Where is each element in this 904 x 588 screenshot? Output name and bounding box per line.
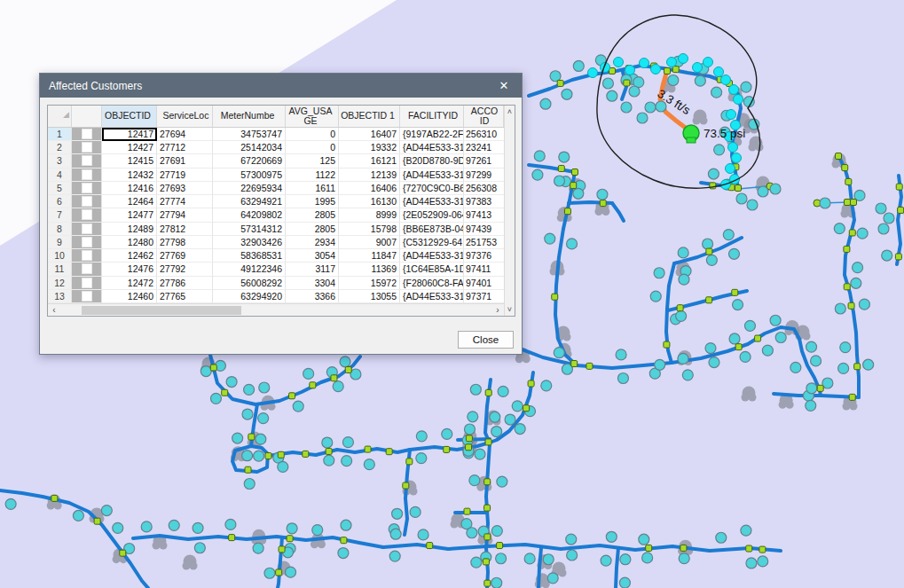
column-header-facilityid[interactable]: FACILITYID <box>400 106 464 127</box>
row-number[interactable]: 9 <box>48 236 72 249</box>
cell-meter[interactable]: 57314312 <box>213 223 286 236</box>
cell-serviceloc[interactable]: 27712 <box>157 141 213 154</box>
cell-serviceloc[interactable]: 27769 <box>157 249 213 263</box>
vertical-scrollbar[interactable]: ˄ ˅ <box>504 106 515 316</box>
cell-avg[interactable]: 125 <box>286 154 339 168</box>
cell-acct[interactable]: 97413 <box>464 208 504 222</box>
cell-avg[interactable]: 3117 <box>286 263 339 276</box>
cell-avg[interactable]: 0 <box>286 141 339 154</box>
cell-serviceloc[interactable]: 27694 <box>157 128 213 141</box>
row-number[interactable]: 7 <box>48 208 72 222</box>
row-checkbox[interactable] <box>82 142 92 153</box>
cell-avg[interactable]: 2805 <box>286 223 339 236</box>
cell-objectid[interactable]: 12472 <box>102 277 157 290</box>
dialog-titlebar[interactable]: Affected Customers ✕ <box>40 74 522 98</box>
scroll-left-icon[interactable]: ‹ <box>48 305 60 315</box>
cell-facility[interactable]: {BB6E873B-041 <box>400 223 464 236</box>
cell-objectid[interactable]: 12477 <box>102 208 157 222</box>
cell-meter[interactable]: 34753747 <box>213 128 286 141</box>
cell-acct[interactable]: 97401 <box>464 277 504 290</box>
cell-facility[interactable]: {C5312929-6417 <box>400 236 464 249</box>
cell-facility[interactable]: {2E052909-064E <box>400 208 464 222</box>
cell-oid1[interactable]: 15798 <box>339 223 400 236</box>
cell-oid1[interactable]: 11369 <box>339 263 400 276</box>
cell-facility[interactable]: {B20D8780-9D8 <box>400 154 464 168</box>
horizontal-scrollbar[interactable]: ‹› <box>48 303 504 316</box>
cell-serviceloc[interactable]: 27812 <box>157 223 213 236</box>
cell-acct[interactable]: 256308 <box>464 182 504 195</box>
cell-acct[interactable]: 97411 <box>464 263 504 276</box>
cell-oid1[interactable]: 16130 <box>339 195 400 208</box>
column-header-avg-usa[interactable]: AVG_USAGE <box>286 106 339 127</box>
cell-facility[interactable]: {F28060C8-FA8 <box>400 277 464 290</box>
cell-avg[interactable]: 1611 <box>286 182 339 195</box>
row-checkbox[interactable] <box>82 169 92 180</box>
cell-acct[interactable]: 97261 <box>464 154 504 168</box>
row-checkbox[interactable] <box>82 237 92 247</box>
cell-objectid[interactable]: 12416 <box>102 182 157 195</box>
cell-meter[interactable]: 63294920 <box>213 290 286 303</box>
row-number[interactable]: 11 <box>48 263 72 276</box>
cell-meter[interactable]: 49122346 <box>213 263 286 276</box>
cell-objectid[interactable]: 12480 <box>102 236 157 249</box>
cell-avg[interactable]: 2934 <box>286 236 339 249</box>
row-checkbox[interactable] <box>82 155 92 166</box>
row-number[interactable]: 5 <box>48 182 72 195</box>
column-header-acco[interactable]: ACCOID <box>464 106 504 127</box>
cell-facility[interactable]: {AD44E533-31D <box>400 141 464 154</box>
cell-avg[interactable]: 0 <box>286 128 339 141</box>
cell-avg[interactable]: 1122 <box>286 169 339 182</box>
cell-meter[interactable]: 58368531 <box>213 249 286 263</box>
row-number[interactable]: 3 <box>48 154 72 168</box>
row-checkbox[interactable] <box>82 263 92 274</box>
cell-meter[interactable]: 63294921 <box>213 195 286 208</box>
close-button[interactable]: Close <box>458 331 514 349</box>
checkbox-column-header[interactable] <box>72 106 102 127</box>
cell-acct[interactable]: 97371 <box>464 290 504 303</box>
cell-serviceloc[interactable]: 27765 <box>157 290 213 303</box>
cell-serviceloc[interactable]: 27691 <box>157 154 213 168</box>
row-checkbox[interactable] <box>82 278 92 288</box>
cell-meter[interactable]: 22695934 <box>213 182 286 195</box>
cell-acct[interactable]: 23241 <box>464 141 504 154</box>
column-header-objectid[interactable]: OBJECTID <box>102 106 157 127</box>
row-checkbox[interactable] <box>82 291 92 302</box>
cell-meter[interactable]: 32903426 <box>213 236 286 249</box>
scroll-right-icon[interactable]: › <box>491 305 504 315</box>
cell-meter[interactable]: 56008292 <box>213 277 286 290</box>
cell-avg[interactable]: 1995 <box>286 195 339 208</box>
cell-avg[interactable]: 3054 <box>286 249 339 263</box>
cell-oid1[interactable]: 16121 <box>339 154 400 168</box>
cell-objectid[interactable]: 12427 <box>102 141 157 154</box>
cell-serviceloc[interactable]: 27798 <box>157 236 213 249</box>
cell-meter[interactable]: 64209802 <box>213 208 286 222</box>
cell-serviceloc[interactable]: 27794 <box>157 208 213 222</box>
cell-oid1[interactable]: 16407 <box>339 128 400 141</box>
cell-serviceloc[interactable]: 27719 <box>157 169 213 182</box>
row-checkbox[interactable] <box>82 209 92 220</box>
row-number[interactable]: 10 <box>48 249 72 263</box>
cell-meter[interactable]: 57300975 <box>213 169 286 182</box>
column-header-serviceloc[interactable]: ServiceLoc <box>157 106 213 127</box>
cell-objectid[interactable]: 12460 <box>102 290 157 303</box>
cell-acct[interactable]: 251753 <box>464 236 504 249</box>
corner-cell[interactable]: ◢ <box>48 106 72 127</box>
cell-acct[interactable]: 97439 <box>464 223 504 236</box>
cell-acct[interactable]: 97383 <box>464 195 504 208</box>
cell-oid1[interactable]: 13055 <box>339 290 400 303</box>
cell-objectid[interactable]: 12489 <box>102 223 157 236</box>
scroll-up-icon[interactable]: ˄ <box>505 106 515 118</box>
scroll-down-icon[interactable]: ˅ <box>505 303 515 316</box>
cell-facility[interactable]: {9197AB22-2F94 <box>400 128 464 141</box>
cell-objectid[interactable]: 12476 <box>102 263 157 276</box>
cell-facility[interactable]: {7270C9C0-B6F <box>400 182 464 195</box>
row-number[interactable]: 4 <box>48 169 72 182</box>
cell-objectid[interactable]: 12417 <box>102 128 157 141</box>
cell-facility[interactable]: {AD44E533-31D <box>400 195 464 208</box>
cell-serviceloc[interactable]: 27774 <box>157 195 213 208</box>
horizontal-scroll-thumb[interactable] <box>82 306 241 315</box>
cell-oid1[interactable]: 15972 <box>339 277 400 290</box>
cell-serviceloc[interactable]: 27786 <box>157 277 213 290</box>
row-checkbox[interactable] <box>82 183 92 193</box>
cell-oid1[interactable]: 9007 <box>339 236 400 249</box>
